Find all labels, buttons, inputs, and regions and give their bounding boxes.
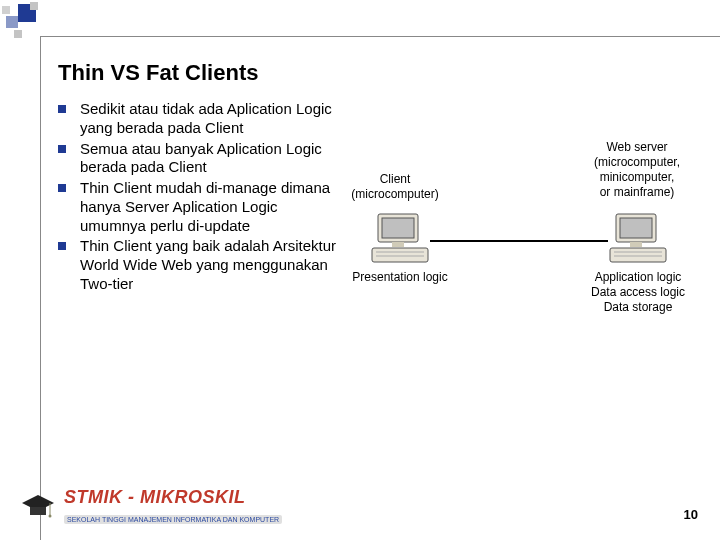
client-label: Client (microcomputer) [345, 172, 445, 202]
server-sub3: or mainframe) [572, 185, 702, 200]
client-server-diagram: Client (microcomputer) Web server (micro… [350, 130, 700, 340]
list-item: Thin Client mudah di-manage dimana hanya… [58, 179, 338, 235]
bullet-list: Sedikit atau tidak ada Aplication Logic … [58, 100, 338, 296]
rule-vertical [40, 36, 41, 540]
server-title: Web server [606, 140, 667, 154]
list-item: Sedikit atau tidak ada Aplication Logic … [58, 100, 338, 138]
connection-line [430, 240, 608, 242]
svg-rect-8 [630, 242, 642, 247]
server-computer-icon [608, 210, 668, 266]
client-title: Client [380, 172, 411, 186]
svg-rect-2 [392, 242, 404, 247]
rule-horizontal [40, 36, 720, 37]
brand-text: STMIK - MIKROSKIL SEKOLAH TINGGI MANAJEM… [64, 487, 282, 526]
svg-rect-1 [382, 218, 414, 238]
server-sub1: (microcomputer, [572, 155, 702, 170]
brand-tagline: SEKOLAH TINGGI MANAJEMEN INFORMATIKA DAN… [64, 515, 282, 524]
footer-branding: STMIK - MIKROSKIL SEKOLAH TINGGI MANAJEM… [20, 487, 282, 526]
server-cap1: Application logic [595, 270, 682, 284]
svg-rect-7 [620, 218, 652, 238]
svg-point-15 [49, 514, 52, 517]
svg-rect-3 [372, 248, 428, 262]
svg-rect-9 [610, 248, 666, 262]
page-number: 10 [684, 507, 698, 522]
client-subtitle: (microcomputer) [345, 187, 445, 202]
server-cap2: Data access logic [591, 285, 685, 299]
server-sub2: minicomputer, [572, 170, 702, 185]
server-cap3: Data storage [604, 300, 673, 314]
list-item: Thin Client yang baik adalah Arsitektur … [58, 237, 338, 293]
brand-name: STMIK - MIKROSKIL [64, 487, 282, 508]
client-computer-icon [370, 210, 430, 266]
slide-title: Thin VS Fat Clients [58, 60, 258, 86]
client-caption: Presentation logic [340, 270, 460, 285]
graduation-cap-icon [20, 493, 56, 521]
list-item: Semua atau banyak Aplication Logic berad… [58, 140, 338, 178]
server-label: Web server (microcomputer, minicomputer,… [572, 140, 702, 200]
server-caption: Application logic Data access logic Data… [578, 270, 698, 315]
svg-rect-13 [30, 507, 46, 515]
